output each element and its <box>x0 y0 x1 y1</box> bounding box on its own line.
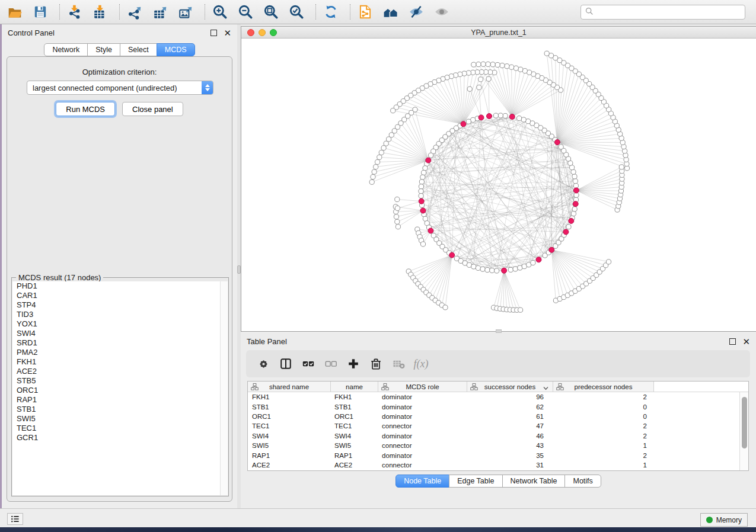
table-settings-icon[interactable] <box>254 355 272 372</box>
zoom-out-icon[interactable] <box>237 4 254 20</box>
table-panel: Table Panel ✕ f(x) shared namenameMCDS r… <box>241 333 756 508</box>
close-window-icon[interactable] <box>247 29 254 36</box>
mcds-result-node[interactable]: STB1 <box>12 405 228 414</box>
select-all-icon[interactable] <box>299 355 317 372</box>
function-builder-icon: f(x) <box>412 355 430 372</box>
table-panel-title: Table Panel <box>247 337 287 346</box>
mcds-result-node[interactable]: PHD1 <box>12 281 228 291</box>
column-header-shared-name[interactable]: shared name <box>248 382 331 392</box>
mcds-result-node[interactable]: YOX1 <box>12 319 228 329</box>
close-table-panel-icon[interactable]: ✕ <box>742 338 750 345</box>
table-row[interactable]: STB1STB1dominator620 <box>248 402 739 411</box>
mcds-result-node[interactable]: CAR1 <box>12 291 228 300</box>
mcds-result-node[interactable]: ORC1 <box>12 386 228 395</box>
export-table-icon[interactable] <box>151 4 169 20</box>
create-column-icon[interactable] <box>344 355 362 372</box>
network-window-titlebar[interactable]: YPA_prune.txt_1 <box>241 27 756 39</box>
table-row[interactable]: YOX1YOX1connector291 <box>248 470 739 470</box>
mcds-result-node[interactable]: STP4 <box>12 300 228 310</box>
tab-style[interactable]: Style <box>87 43 120 56</box>
zoom-selected-icon[interactable] <box>288 4 305 20</box>
run-mcds-button[interactable]: Run MCDS <box>56 102 115 116</box>
table-row[interactable]: FKH1FKH1dominator962 <box>248 392 739 402</box>
table-row[interactable]: SWI5SWI5connector431 <box>248 441 739 450</box>
import-network-icon[interactable] <box>66 4 84 20</box>
table-scrollbar-thumb[interactable] <box>742 397 747 448</box>
search-box[interactable] <box>580 5 745 20</box>
minimize-window-icon[interactable] <box>259 29 266 36</box>
table-header-row: shared namenameMCDS rolesuccessor nodesp… <box>248 382 748 392</box>
import-table-icon[interactable] <box>91 4 109 20</box>
criterion-dropdown[interactable]: largest connected component (undirected) <box>27 81 213 95</box>
mcds-result-node[interactable]: PMA2 <box>12 348 228 357</box>
table-row[interactable]: RAP1RAP1dominator352 <box>248 450 739 460</box>
maximize-window-icon[interactable] <box>270 29 277 36</box>
cell-shared-name: TEC1 <box>248 422 331 430</box>
control-panel-title: Control Panel <box>8 28 55 37</box>
cell-shared-name: STB1 <box>248 403 331 411</box>
mcds-result-node[interactable]: FKH1 <box>12 357 228 367</box>
show-columns-icon[interactable] <box>277 355 295 372</box>
table-row[interactable]: ACE2ACE2connector311 <box>248 460 739 470</box>
mcds-result-list[interactable]: PHD1CAR1STP4TID3YOX1SWI4SRD1PMA2FKH1ACE2… <box>12 281 228 495</box>
desktop-wallpaper-bottom <box>0 527 756 532</box>
mcds-result-node[interactable]: SRD1 <box>12 338 228 348</box>
sort-chevron-icon[interactable] <box>543 384 548 392</box>
tab-network[interactable]: Network <box>44 43 88 56</box>
table-row[interactable]: SWI4SWI4dominator462 <box>248 431 739 441</box>
show-panel-eye-icon[interactable] <box>433 4 451 20</box>
mcds-panel: Optimization criterion: largest connecte… <box>7 56 232 502</box>
tab-network-table[interactable]: Network Table <box>502 475 566 488</box>
float-panel-icon[interactable] <box>210 30 217 36</box>
table-scrollbar[interactable] <box>739 392 748 470</box>
mcds-result-node[interactable]: GCR1 <box>12 433 228 443</box>
table-row[interactable]: ORC1ORC1dominator610 <box>248 412 739 421</box>
mcds-result-node[interactable]: STB5 <box>12 376 228 386</box>
column-header-MCDS-role[interactable]: MCDS role <box>378 382 467 392</box>
tab-mcds[interactable]: MCDS <box>157 43 195 56</box>
mcds-result-node[interactable]: TID3 <box>12 310 228 319</box>
open-session-icon[interactable] <box>6 4 24 20</box>
task-history-button[interactable] <box>7 513 23 525</box>
find-networks-icon[interactable] <box>382 4 400 20</box>
tab-node-table[interactable]: Node Table <box>395 475 449 488</box>
tree-icon <box>381 383 389 392</box>
tab-motifs[interactable]: Motifs <box>564 475 601 488</box>
cell-shared-name: FKH1 <box>248 393 331 400</box>
mcds-result-node[interactable]: RAP1 <box>12 395 228 405</box>
search-input[interactable] <box>596 8 741 17</box>
optimization-criterion-label: Optimization criterion: <box>7 68 232 76</box>
hide-panel-eye-icon[interactable] <box>407 4 425 20</box>
mcds-result-node[interactable]: SWI4 <box>12 329 228 338</box>
tab-edge-table[interactable]: Edge Table <box>449 475 502 488</box>
control-panel-header: Control Panel ✕ <box>2 24 237 41</box>
close-panel-icon[interactable]: ✕ <box>224 30 231 36</box>
mcds-result-node[interactable]: TEC1 <box>12 424 228 433</box>
mcds-result-node[interactable]: SWI5 <box>12 414 228 424</box>
mcds-result-node[interactable]: ACE2 <box>12 367 228 376</box>
column-header-name[interactable]: name <box>331 382 378 392</box>
refresh-layout-icon[interactable] <box>322 4 340 20</box>
memory-button[interactable]: Memory <box>700 513 748 527</box>
export-image-icon[interactable] <box>177 4 194 20</box>
save-session-icon[interactable] <box>31 4 49 20</box>
table-row[interactable]: TEC1TEC1connector472 <box>248 421 739 431</box>
close-panel-button[interactable]: Close panel <box>122 102 183 116</box>
zoom-in-icon[interactable] <box>211 4 229 20</box>
cell-predecessor-nodes: 0 <box>553 413 654 420</box>
deselect-all-icon[interactable] <box>322 355 340 372</box>
export-network-icon[interactable] <box>126 4 143 20</box>
delete-column-icon[interactable] <box>367 355 385 372</box>
tree-icon <box>251 383 259 392</box>
memory-label: Memory <box>716 516 742 524</box>
column-header-successor-nodes[interactable]: successor nodes <box>467 382 553 392</box>
network-view-window: YPA_prune.txt_1 <box>241 26 756 332</box>
tab-select[interactable]: Select <box>120 43 157 56</box>
cell-predecessor-nodes: 2 <box>553 452 654 459</box>
network-canvas[interactable] <box>241 39 755 331</box>
mcds-list-scrollbar[interactable] <box>220 281 228 495</box>
clone-network-icon[interactable] <box>356 4 374 20</box>
float-table-panel-icon[interactable] <box>729 338 736 345</box>
column-header-predecessor-nodes[interactable]: predecessor nodes <box>553 382 654 392</box>
zoom-fit-icon[interactable] <box>262 4 280 20</box>
